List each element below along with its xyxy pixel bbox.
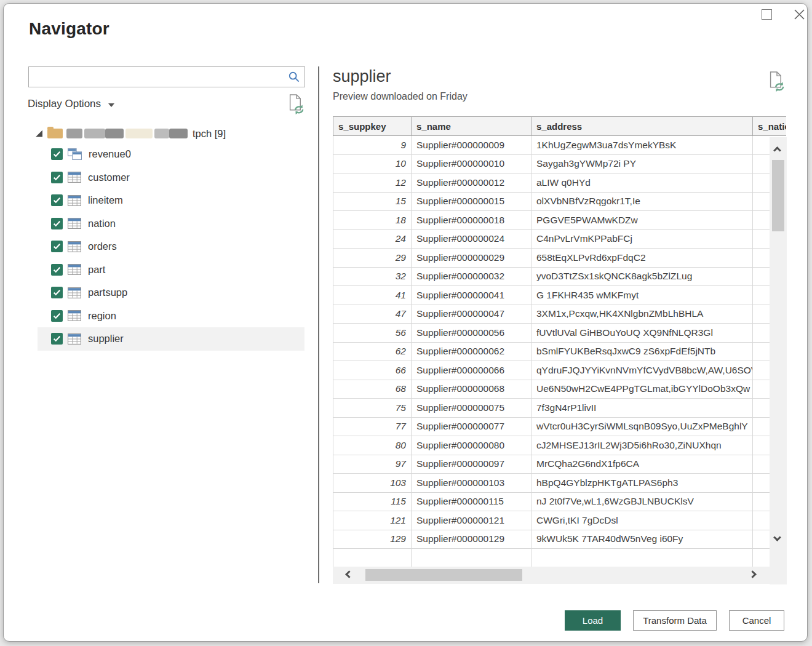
table-cell: 18 [333,211,412,230]
panel-divider [318,66,319,583]
close-button[interactable] [790,5,808,23]
scroll-right-icon[interactable] [749,570,757,578]
table-cell: 62 [333,342,412,361]
tree-item-orders[interactable]: orders [38,235,304,258]
close-icon [794,9,805,20]
tree-item-region[interactable]: region [38,305,304,328]
table-cell: 9kWUk5K 7TAR40dW5nVeg i60Fy [531,530,753,549]
table-row: 24Supplier#000000024C4nPvLrVmKPPabFCj [333,229,787,249]
table-cell: 12 [333,173,412,193]
tree-item-partsupp[interactable]: partsupp [38,281,304,305]
table-cell: CWGri,tKI 7gDcDsl [531,511,753,530]
table-icon [68,333,81,345]
table-row: 80Supplier#000000080cJ2MHSEJ13rIL2Wj3D5i… [333,436,787,455]
table-row: 66Supplier#000000066qYdruFJQJYYiKvnNVmYf… [333,361,787,380]
table-cell: 1KhUgZegwM3ua7dsYmekYBsK [531,136,753,155]
refresh-preview-button-left[interactable] [288,94,305,118]
scroll-up-icon[interactable] [773,146,781,154]
table-row-partial [333,549,787,567]
scroll-left-icon[interactable] [345,570,353,578]
table-cell: Supplier#000000024 [412,229,531,249]
table-cell: Supplier#000000097 [412,455,531,474]
table-cell: Supplier#000000068 [412,380,531,399]
table-cell: yvoD3TtZSx1skQNCK8agk5bZlZLug [531,267,753,286]
checkbox-checked[interactable] [51,194,63,206]
search-input[interactable] [33,68,282,86]
display-options-dropdown[interactable]: Display Options [28,96,114,112]
preview-title: supplier [333,67,391,86]
display-options-label: Display Options [28,98,101,110]
scroll-down-icon[interactable] [773,533,781,541]
table-cell: 77 [333,417,412,436]
table-cell: cJ2MHSEJ13rIL2Wj3D5i6hRo30,ZiNUXhqn [531,436,753,455]
tree-item-label: region [88,310,116,322]
table-cell: 9 [333,136,412,155]
table-cell: 47 [333,305,412,324]
tree-item-supplier[interactable]: supplier [38,327,304,351]
table-cell: 29 [333,249,412,268]
checkbox-checked[interactable] [51,264,63,276]
tree-item-part[interactable]: part [38,258,304,282]
checkbox-checked[interactable] [51,310,63,322]
search-icon[interactable] [288,71,301,86]
tree-item-customer[interactable]: customer [38,166,304,189]
table-cell: Supplier#000000029 [412,249,531,268]
tree-item-label: lineitem [88,194,123,206]
table-icon [68,195,81,206]
table-cell: Supplier#000000129 [412,530,531,549]
table-row: 77Supplier#000000077wVtcr0uH3CyrSiWMLsqn… [333,417,787,436]
checkbox-checked[interactable] [51,218,63,229]
checkbox-checked[interactable] [51,333,63,345]
table-cell: Supplier#000000056 [412,324,531,343]
tree-item-label: part [88,264,105,276]
table-cell: 24 [333,229,412,249]
collapse-triangle-icon[interactable] [36,130,42,137]
table-row: 97Supplier#000000097MrCQha2G6ndX1fp6CA [333,455,787,474]
checkbox-checked[interactable] [51,148,63,160]
maximize-button[interactable] [762,9,772,20]
checkbox-checked[interactable] [51,287,63,298]
preview-table: s_suppkeys_names_addresss_natio 9Supplie… [333,116,786,567]
table-row: 129Supplier#0000001299kWUk5K 7TAR40dW5nV… [333,530,787,549]
tree-root[interactable]: tpch [9] [36,124,226,143]
horizontal-scrollbar-thumb[interactable] [365,569,522,581]
vertical-scrollbar-thumb[interactable] [772,160,784,231]
table-cell: 32 [333,267,412,286]
table-cell: 10 [333,154,412,173]
table-cell: Supplier#000000018 [412,211,531,230]
redacted-text [66,129,82,138]
table-cell: 66 [333,361,412,380]
vertical-scrollbar[interactable] [770,137,787,584]
preview-table-header-row: s_suppkeys_names_addresss_natio [333,117,787,136]
table-icon [68,310,81,321]
transform-data-button[interactable]: Transform Data [633,610,717,631]
horizontal-scrollbar[interactable] [333,567,786,584]
table-row: 75Supplier#0000000757f3gN4rP1livII [333,399,787,418]
tree-item-nation[interactable]: nation [38,212,304,236]
tree-item-revenue0[interactable]: revenue0 [38,143,304,166]
table-row: 12Supplier#000000012aLIW q0HYd [333,173,787,193]
table-cell: Supplier#000000032 [412,267,531,286]
table-row: 68Supplier#000000068Ue6N50wH2CwE4PPgTGLm… [333,380,787,399]
refresh-preview-button[interactable] [768,71,786,95]
column-header-s_natio: s_natio [753,117,787,136]
table-cell: Supplier#000000015 [412,192,531,211]
table-cell: nJ 2t0f7Ve,wL1,6WzGBJLNBUCKlsV [531,492,753,511]
table-row: 18Supplier#000000018PGGVE5PWAMwKDZw [333,211,787,230]
tree-root-label: tpch [9] [193,128,226,140]
tree-item-lineitem[interactable]: lineitem [38,189,304,212]
tree-item-label: orders [88,241,117,252]
tree-item-label: partsupp [88,287,127,298]
table-row: 103Supplier#000000103hBpQ4GYblzpHKTgATLP… [333,474,787,493]
table-cell: 68 [333,380,412,399]
cancel-button[interactable]: Cancel [729,610,784,631]
column-header-s_name: s_name [412,117,531,136]
table-cell: PGGVE5PWAMwKDZw [531,211,753,230]
load-button[interactable]: Load [565,610,621,631]
table-cell: Supplier#000000066 [412,361,531,380]
checkbox-checked[interactable] [51,172,63,183]
table-cell: Supplier#000000010 [412,154,531,173]
table-cell: Ue6N50wH2CwE4PPgTGLmat,ibGYYlDoOb3xQw [531,380,753,399]
table-cell: Supplier#000000012 [412,173,531,193]
checkbox-checked[interactable] [51,241,63,252]
